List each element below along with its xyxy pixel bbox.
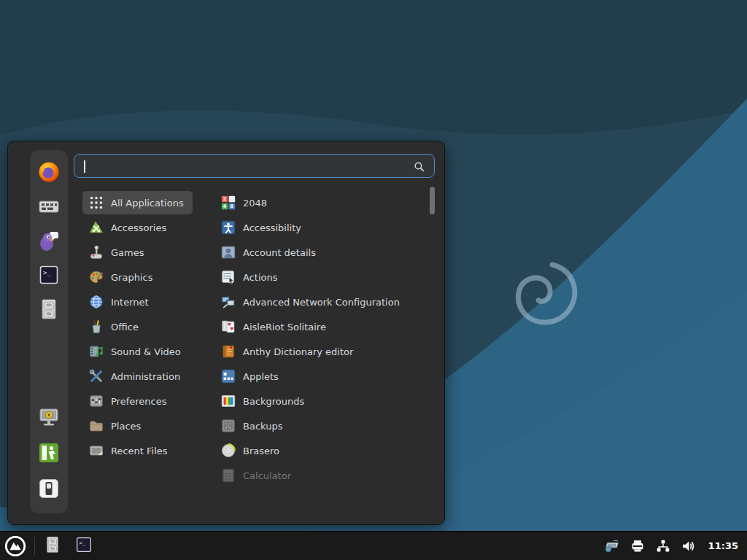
- category-all-applications[interactable]: All Applications: [82, 190, 193, 215]
- app-account-details[interactable]: Account details: [214, 240, 426, 265]
- menu-button[interactable]: [3, 534, 28, 559]
- category-internet[interactable]: Internet: [82, 289, 193, 314]
- svg-text:2: 2: [223, 196, 226, 202]
- favorite-pidgin[interactable]: [37, 230, 61, 254]
- app-brasero[interactable]: Brasero: [214, 438, 426, 463]
- app-label: Brasero: [243, 446, 279, 456]
- text-caret: [84, 160, 85, 173]
- all-applications-icon: [88, 195, 104, 211]
- places-icon: [88, 418, 104, 434]
- panel-separator: [34, 537, 35, 556]
- favorite-terminal[interactable]: >_: [37, 265, 61, 288]
- files-launcher-icon: [43, 535, 62, 557]
- category-label: Preferences: [111, 396, 166, 407]
- app-backgrounds[interactable]: Backgrounds: [214, 389, 426, 413]
- session-group: [37, 407, 61, 502]
- game-2048-icon: 248: [220, 195, 236, 211]
- network-icon: [655, 538, 671, 554]
- favorite-firefox[interactable]: [37, 162, 61, 185]
- svg-text:♥: ♥: [230, 326, 233, 331]
- app-label: 2048: [243, 198, 267, 209]
- internet-icon: [88, 294, 104, 310]
- menu-sidebar: >_: [30, 150, 68, 513]
- app-label: Accessibility: [243, 222, 301, 233]
- category-sound-video[interactable]: Sound & Video: [82, 339, 193, 364]
- app-label: Actions: [243, 272, 278, 283]
- terminal-icon: >_: [37, 263, 61, 289]
- network-tray-button[interactable]: [655, 538, 671, 554]
- administration-icon: [88, 368, 104, 384]
- clock[interactable]: 11:35: [708, 540, 738, 551]
- actions-icon: [220, 269, 236, 285]
- brasero-icon: [220, 443, 236, 459]
- svg-text:>_: >_: [80, 540, 86, 546]
- category-label: Office: [111, 322, 139, 332]
- app-list-scrollbar[interactable]: [430, 187, 435, 214]
- shutdown-button[interactable]: [37, 478, 61, 502]
- solitaire-icon: ♥♥: [220, 319, 236, 335]
- pidgin-icon: [37, 229, 61, 255]
- favorite-files[interactable]: [37, 299, 61, 322]
- printer-tray-button[interactable]: [630, 538, 646, 554]
- favorites-group: >_: [37, 162, 61, 322]
- desktop: >_: [0, 0, 747, 560]
- category-games[interactable]: Games: [82, 240, 193, 265]
- app-applets[interactable]: Applets: [214, 364, 426, 389]
- terminal-launcher-icon: >_: [74, 535, 93, 557]
- preferences-icon: [88, 393, 104, 409]
- app-backups[interactable]: Backups: [214, 413, 426, 438]
- category-label: Graphics: [111, 272, 152, 283]
- svg-text:>_: >_: [43, 269, 51, 276]
- category-recent-files[interactable]: Recent Files: [82, 438, 193, 463]
- app-2048[interactable]: 248 2048: [214, 190, 426, 215]
- category-administration[interactable]: Administration: [82, 364, 193, 389]
- file-manager-icon: [37, 298, 61, 324]
- category-label: All Applications: [111, 198, 184, 209]
- input-method-tray-button[interactable]: [604, 538, 620, 554]
- account-details-icon: [220, 244, 236, 260]
- files-launcher[interactable]: [42, 536, 63, 556]
- app-label: Account details: [243, 247, 316, 258]
- system-tray: 11:35: [604, 538, 747, 554]
- app-anthy-dictionary-editor[interactable]: Anthy Dictionary editor: [214, 339, 426, 364]
- app-actions[interactable]: Actions: [214, 265, 426, 289]
- search-icon: [413, 160, 425, 173]
- app-label: Advanced Network Configuration: [243, 297, 400, 308]
- app-advanced-network-configuration[interactable]: Advanced Network Configuration: [214, 289, 426, 314]
- app-calculator[interactable]: Calculator: [214, 463, 426, 488]
- category-label: Recent Files: [111, 446, 168, 456]
- favorite-input-method[interactable]: [37, 196, 61, 219]
- category-office[interactable]: Office: [82, 314, 193, 339]
- category-label: Places: [111, 421, 141, 432]
- category-graphics[interactable]: Graphics: [82, 265, 193, 289]
- app-list: 248 2048 Accessibility Account details: [214, 190, 426, 488]
- category-places[interactable]: Places: [82, 413, 193, 438]
- app-label: Backgrounds: [243, 396, 304, 407]
- search-input[interactable]: [74, 155, 434, 177]
- category-accessories[interactable]: Accessories: [82, 215, 193, 240]
- input-method-keyboard-icon: [37, 195, 61, 221]
- category-label: Accessories: [111, 222, 166, 233]
- graphics-icon: [88, 269, 104, 285]
- category-label: Games: [111, 247, 144, 258]
- sound-video-icon: [88, 343, 104, 359]
- application-menu: >_: [7, 141, 445, 525]
- recent-files-icon: [88, 443, 104, 459]
- accessories-icon: [88, 219, 104, 236]
- calculator-icon: [220, 467, 236, 483]
- logout-icon: [37, 441, 61, 467]
- lock-screen-button[interactable]: [37, 407, 61, 430]
- volume-tray-button[interactable]: [681, 538, 697, 554]
- app-accessibility[interactable]: Accessibility: [214, 215, 426, 240]
- app-label: AisleRiot Solitaire: [243, 322, 326, 332]
- printer-icon: [630, 538, 646, 554]
- category-preferences[interactable]: Preferences: [82, 389, 193, 413]
- terminal-launcher[interactable]: >_: [74, 536, 94, 556]
- app-aisleriot-solitaire[interactable]: ♥♥ AisleRiot Solitaire: [214, 314, 426, 339]
- category-label: Administration: [111, 371, 180, 382]
- logout-button[interactable]: [37, 443, 61, 466]
- network-config-icon: [220, 294, 236, 310]
- app-label: Applets: [243, 371, 279, 382]
- office-icon: [88, 319, 104, 335]
- applets-icon: [220, 368, 236, 384]
